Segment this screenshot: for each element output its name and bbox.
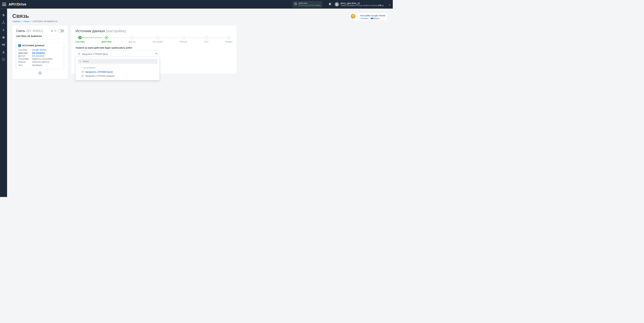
play-icon	[81, 70, 84, 73]
step-system[interactable]: Система	[75, 36, 85, 43]
step-test[interactable]: Тест	[204, 36, 209, 43]
user-icon[interactable]	[2, 50, 5, 54]
youtube-icon[interactable]	[2, 43, 5, 46]
svg-point-1	[3, 21, 4, 22]
step-finish[interactable]: Финиш	[225, 36, 232, 43]
row-filter-v[interactable]: изменить фильтр	[32, 61, 49, 63]
row-filter-k: Фильтр	[18, 61, 32, 63]
select-value: Загрузить СТРОКИ (все)	[82, 53, 108, 55]
menu-icon[interactable]	[2, 3, 6, 6]
logo-text: API	[9, 2, 15, 6]
option-load-new[interactable]: Загрузить СТРОКИ (новые)	[77, 74, 157, 78]
add-button[interactable]: +	[38, 71, 42, 75]
connection-title: Связь (ID: 45681)	[16, 29, 43, 33]
step-filter[interactable]: Фильтр	[180, 36, 187, 43]
user-block[interactable]: demo_apix-drive_s3 Тариф |Премиум PRO| д…	[340, 2, 384, 7]
step-action[interactable]: Действие	[101, 36, 111, 43]
gear-icon[interactable]	[54, 30, 57, 32]
source-header: ИСТОЧНИК ДАННЫХ	[22, 44, 44, 47]
connections-icon[interactable]	[2, 21, 5, 24]
action-select[interactable]: Загрузить СТРОКИ (все)	[75, 51, 159, 57]
bell-icon[interactable]	[328, 3, 332, 6]
info-icon: i	[294, 2, 297, 5]
chevron-up-icon	[155, 53, 157, 55]
breadcrumb-links[interactable]: Связи	[23, 20, 29, 23]
row-system-v[interactable]: Google Sheets	[32, 49, 46, 51]
action-dropdown: - не выбрано - Загрузить СТРОКИ (все) За…	[75, 57, 159, 80]
home-icon[interactable]	[2, 14, 5, 17]
svg-point-6	[3, 51, 4, 52]
play-icon	[81, 75, 84, 77]
svg-text:?: ?	[3, 58, 4, 61]
help-card: ? Настройка Google Sheets Справка Видео	[353, 13, 388, 21]
row-test-k: Тест	[18, 64, 32, 66]
content: Связь Главная / Связи / СИСТЕМА НЕ ВЫБРА…	[7, 9, 393, 197]
help-video-link[interactable]: Видео	[371, 17, 380, 20]
play-icon	[78, 53, 80, 55]
svg-point-0	[336, 3, 337, 4]
logo-accent: X	[15, 2, 17, 6]
page-title: Связь	[12, 13, 58, 19]
help-reference-link[interactable]: Справка	[360, 17, 369, 20]
note-icon[interactable]	[51, 30, 53, 32]
step-settings[interactable]: Настройки	[152, 36, 163, 43]
source-config-title: Источник данных (настройка)	[75, 29, 232, 33]
connection-subtitle: СИСТЕМА НЕ ВЫБРАНА	[16, 35, 64, 40]
row-settings-k: Настройки	[18, 58, 32, 60]
actions-counter[interactable]: i Действия: 18'055 из 100'000 (18%)	[292, 1, 322, 8]
source-box: 1ИСТОЧНИК ДАННЫХ СистемаGoogle Sheets Де…	[16, 42, 64, 69]
enable-toggle[interactable]	[58, 29, 64, 32]
chevron-down-icon[interactable]: ⌄	[388, 3, 391, 6]
row-access-k: Доступ	[18, 55, 32, 57]
dollar-icon[interactable]: $	[2, 28, 5, 31]
row-access-v[interactable]: (не указано)	[32, 55, 44, 57]
row-settings-v[interactable]: изменить настройки	[32, 58, 52, 60]
svg-text:$: $	[3, 28, 5, 31]
logo[interactable]: APIXDrive	[9, 2, 26, 6]
option-load-all[interactable]: Загрузить СТРОКИ (все)	[77, 70, 157, 74]
option-empty[interactable]: - не выбрано -	[77, 65, 157, 69]
briefcase-icon[interactable]	[2, 36, 5, 39]
step-access[interactable]: Доступ	[129, 36, 136, 43]
row-system-k: Система	[18, 49, 32, 51]
video-icon	[371, 18, 373, 19]
actions-label: Действия:	[299, 2, 320, 4]
avatar-icon[interactable]	[335, 2, 339, 7]
search-input[interactable]	[83, 60, 156, 63]
badge-1: 1	[18, 44, 21, 47]
row-action-k: Действие	[18, 52, 32, 54]
svg-line-10	[81, 62, 81, 62]
search-icon	[79, 60, 82, 63]
user-plan: Тариф |Премиум PRO| до оплаты осталось 1…	[340, 5, 384, 7]
question-icon: ?	[351, 14, 355, 19]
row-action-v[interactable]: (не указано)	[32, 52, 45, 54]
row-test-v[interactable]: проверить	[32, 64, 42, 66]
source-config-card: Источник данных (настройка) Система Дейс…	[71, 25, 237, 74]
topbar: APIXDrive i Действия: 18'055 из 100'000 …	[0, 0, 393, 9]
logo-text-2: Drive	[17, 2, 26, 6]
actions-numbers: 18'055 из 100'000 (18%)	[299, 4, 320, 7]
connection-card: Связь (ID: 45681) СИСТЕМА НЕ ВЫБРАНА 1ИС…	[12, 25, 68, 79]
dropdown-search[interactable]	[77, 59, 157, 64]
breadcrumb: Главная / Связи / СИСТЕМА НЕ ВЫБРАНА	[12, 20, 58, 23]
help-icon[interactable]: ?	[2, 58, 5, 61]
stepper: Система Действие Доступ Настройки Фильтр…	[75, 36, 232, 43]
action-form-label: Укажите на какое действие будет срабатыв…	[75, 47, 232, 49]
breadcrumb-home[interactable]: Главная	[12, 20, 21, 23]
user-name: demo_apix-drive_s3	[340, 2, 384, 5]
help-title: Настройка Google Sheets	[360, 14, 385, 17]
breadcrumb-current: СИСТЕМА НЕ ВЫБРАНА	[32, 20, 58, 23]
sidebar: $ ?	[0, 9, 7, 197]
svg-point-9	[80, 61, 81, 62]
